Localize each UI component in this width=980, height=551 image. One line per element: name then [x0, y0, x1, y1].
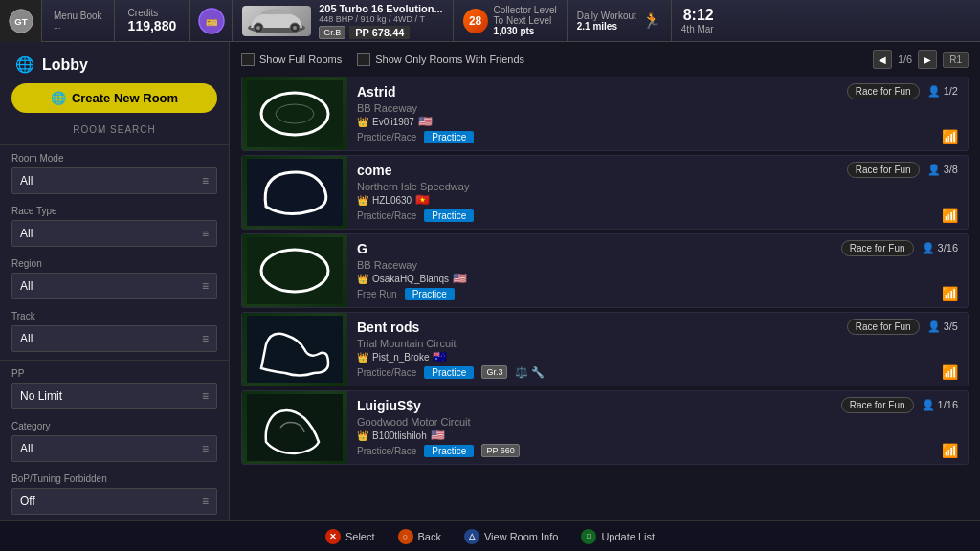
current-car[interactable]: 205 Turbo 16 Evolution... 448 BHP / 910 …	[233, 0, 453, 41]
daily-workout: Daily Workout 2.1 miles 🏃	[568, 0, 672, 41]
signal-icon: 📶	[942, 364, 958, 380]
credits: Credits 119,880	[115, 0, 191, 41]
menu-lines-icon: ≡	[202, 279, 209, 293]
session-badge: Practice	[424, 209, 474, 222]
session-badge: Practice	[424, 131, 474, 143]
main-layout: 🌐 Lobby 🌐 Create New Room ROOM SEARCH Ro…	[0, 42, 980, 520]
filter-bop: BoP/Tuning Forbidden Off ≡	[0, 468, 229, 520]
signal-icon: 📶	[942, 443, 958, 458]
prev-page-button[interactable]: ◀	[873, 50, 892, 69]
divider	[0, 144, 229, 145]
room-search-label: ROOM SEARCH	[0, 121, 229, 143]
next-page-button[interactable]: ▶	[918, 50, 937, 69]
room-item[interactable]: come Race for Fun 👤 3/8 Northern Isle Sp…	[241, 155, 969, 230]
menu-lines-icon: ≡	[202, 227, 209, 240]
menu-book[interactable]: Menu Book ...	[42, 0, 115, 41]
roulette-ticket[interactable]: 🎫	[190, 0, 233, 42]
room-info: come Race for Fun 👤 3/8 Northern Isle Sp…	[347, 156, 968, 229]
session-badge: Practice	[405, 288, 455, 300]
bop-select[interactable]: Off ≡	[11, 488, 217, 515]
room-info: Bent rods Race for Fun 👤 3/5 Trial Mount…	[347, 313, 968, 386]
crown-icon: 👑	[357, 117, 368, 127]
race-type-badge: Race for Fun	[847, 319, 920, 335]
race-type-select[interactable]: All ≡	[11, 220, 217, 247]
track-image	[242, 313, 347, 386]
car-thumbnail	[242, 6, 311, 36]
track-image	[242, 77, 347, 150]
svg-point-8	[293, 26, 297, 30]
filter-category: Category All ≡	[0, 415, 229, 468]
room-item[interactable]: Astrid Race for Fun 👤 1/2 BB Raceway 👑 E…	[241, 77, 969, 151]
player-count: 👤 3/16	[922, 242, 958, 254]
content-area: Show Full Rooms Show Only Rooms With Fri…	[230, 42, 980, 520]
checkbox-box	[357, 53, 370, 66]
bottom-bar: ✕ Select ○ Back △ View Room Info □ Updat…	[0, 520, 980, 551]
triangle-button-icon: △	[464, 529, 479, 544]
clock: 8:12 4th Mar	[672, 0, 724, 41]
region-select[interactable]: All ≡	[11, 273, 217, 299]
pp-select[interactable]: No Limit ≡	[11, 383, 217, 409]
session-badge: Practice	[424, 445, 474, 457]
filter-pp: PP No Limit ≡	[0, 363, 229, 415]
svg-point-7	[256, 26, 260, 30]
room-item[interactable]: G Race for Fun 👤 3/16 BB Raceway 👑 Osaka…	[241, 233, 969, 308]
room-list: Astrid Race for Fun 👤 1/2 BB Raceway 👑 E…	[241, 77, 969, 465]
view-room-info-button[interactable]: △ View Room Info	[464, 529, 558, 544]
room-mode-select[interactable]: All ≡	[11, 167, 217, 194]
filter-track: Track All ≡	[0, 305, 229, 358]
room-info: LuigiuS$y Race for Fun 👤 1/16 Goodwood M…	[347, 391, 968, 464]
filter-room-mode: Room Mode All ≡	[0, 147, 229, 200]
track-image	[242, 234, 347, 307]
room-item[interactable]: LuigiuS$y Race for Fun 👤 1/16 Goodwood M…	[241, 390, 969, 465]
svg-text:🎫: 🎫	[206, 16, 218, 29]
player-count: 👤 3/8	[927, 164, 958, 176]
track-select[interactable]: All ≡	[11, 325, 217, 352]
svg-rect-15	[247, 316, 343, 383]
room-info: Astrid Race for Fun 👤 1/2 BB Raceway 👑 E…	[347, 77, 968, 150]
menu-lines-icon: ≡	[202, 174, 209, 187]
filter-race-type: Race Type All ≡	[0, 200, 229, 253]
race-type-badge: Race for Fun	[847, 83, 920, 99]
sidebar-header: 🌐 Lobby	[0, 52, 229, 83]
signal-icon: 📶	[942, 286, 958, 301]
session-badge: Practice	[424, 366, 474, 379]
lobby-icon: 🌐	[15, 55, 34, 74]
update-list-button[interactable]: □ Update List	[581, 529, 655, 544]
runner-icon: 🏃	[642, 11, 661, 30]
crown-icon: 👑	[357, 352, 368, 363]
room-info: G Race for Fun 👤 3/16 BB Raceway 👑 Osaka…	[347, 234, 968, 307]
room-item[interactable]: Bent rods Race for Fun 👤 3/5 Trial Mount…	[241, 312, 969, 386]
checkbox-box	[241, 53, 255, 66]
pp-tag: PP 660	[481, 444, 519, 457]
room-thumbnail	[242, 234, 347, 307]
select-button[interactable]: ✕ Select	[325, 529, 375, 544]
top-bar: GT Menu Book ... Credits 119,880 🎫	[0, 0, 980, 42]
create-icon: 🌐	[51, 91, 66, 105]
crown-icon: 👑	[357, 430, 368, 441]
svg-rect-12	[247, 159, 343, 226]
signal-icon: 📶	[942, 129, 958, 144]
o-button-icon: ○	[398, 529, 413, 544]
category-select[interactable]: All ≡	[11, 435, 217, 462]
extra-icons: ⚖️ 🔧	[515, 366, 545, 379]
show-full-rooms-checkbox[interactable]: Show Full Rooms	[241, 53, 342, 66]
menu-lines-icon: ≡	[202, 442, 209, 455]
room-thumbnail	[242, 77, 347, 150]
car-details: 205 Turbo 16 Evolution... 448 BHP / 910 …	[319, 3, 442, 39]
race-type-badge: Race for Fun	[847, 162, 920, 178]
filter-region: Region All ≡	[0, 253, 229, 305]
room-thumbnail	[242, 313, 347, 386]
collector-level: 28 Collector Level To Next Level 1,030 p…	[454, 0, 568, 41]
show-friends-checkbox[interactable]: Show Only Rooms With Friends	[357, 53, 524, 66]
content-top-bar: Show Full Rooms Show Only Rooms With Fri…	[241, 50, 969, 69]
track-image	[242, 156, 347, 229]
race-type-badge: Race for Fun	[841, 397, 914, 413]
collector-badge: 28	[463, 9, 488, 33]
room-thumbnail	[242, 391, 347, 464]
create-room-button[interactable]: 🌐 Create New Room	[11, 83, 217, 113]
race-type-badge: Race for Fun	[841, 240, 914, 256]
svg-text:GT: GT	[14, 16, 27, 27]
r1-badge: R1	[943, 52, 969, 68]
back-button[interactable]: ○ Back	[398, 529, 441, 544]
player-count: 👤 1/16	[922, 399, 958, 411]
